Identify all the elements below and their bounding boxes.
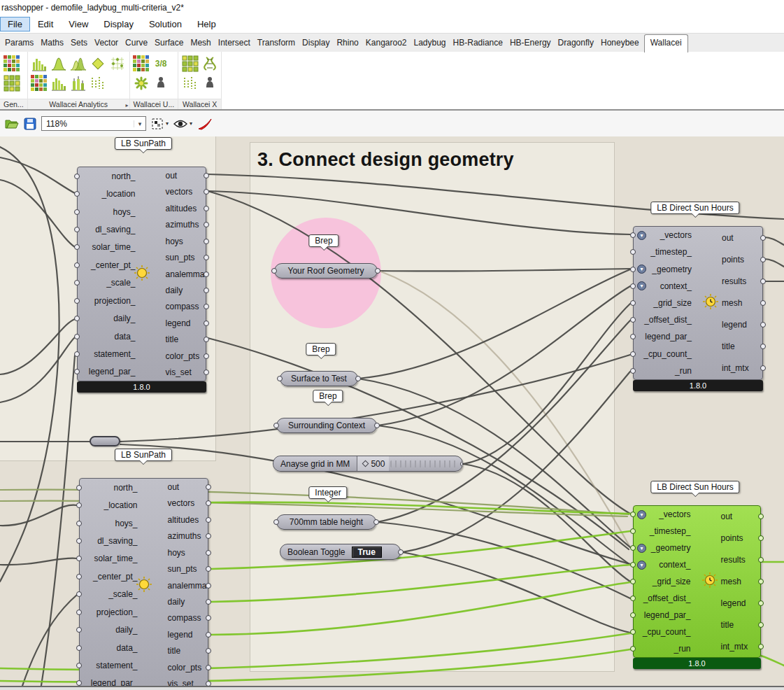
node-direct-sun-hours-2[interactable]: ▾_vectors_timestep_▾_geometry▾context__g… — [633, 505, 761, 658]
output-port-dot[interactable] — [758, 535, 764, 541]
tab-display[interactable]: Display — [299, 35, 333, 52]
output-port-dot[interactable] — [760, 300, 766, 306]
ribbon-sd-icon[interactable] — [69, 73, 88, 92]
output-legend[interactable]: legend — [697, 592, 761, 614]
ribbon-person-icon[interactable] — [200, 73, 219, 92]
input-port-dot[interactable] — [630, 300, 636, 306]
node-sunpath-1[interactable]: north__locationhoys_dl_saving_solar_time… — [77, 167, 206, 381]
input-legend_par_[interactable]: legend_par_ — [80, 675, 144, 686]
input-port-dot[interactable] — [630, 232, 636, 238]
output-port-dot[interactable] — [204, 337, 209, 342]
input-port-dot[interactable] — [74, 262, 80, 268]
output-port-dot[interactable] — [758, 600, 764, 606]
output-title[interactable]: title — [698, 336, 762, 358]
input-projection_[interactable]: projection_ — [80, 603, 144, 621]
wire[interactable] — [0, 319, 75, 374]
input-port-dot[interactable] — [630, 283, 636, 289]
slider-track[interactable] — [390, 460, 457, 467]
param-run-toggle[interactable]: Boolean ToggleTrue — [280, 544, 401, 560]
input-port-dot[interactable] — [273, 519, 279, 525]
input-port-dot[interactable] — [74, 227, 80, 232]
tab-wallacei[interactable]: Wallacei — [644, 34, 688, 52]
output-port-dot[interactable] — [206, 484, 211, 490]
input-port-dot[interactable] — [630, 267, 636, 272]
input-port-dot[interactable] — [76, 556, 82, 561]
chevron-down-icon[interactable]: ▾ — [190, 120, 192, 127]
menu-item-file[interactable]: File — [0, 17, 30, 31]
input-_scale_[interactable]: _scale_ — [78, 274, 142, 292]
output-sun_pts[interactable]: sun_pts — [142, 249, 206, 265]
output-port-dot[interactable] — [206, 583, 211, 589]
menu-item-display[interactable]: Display — [96, 17, 141, 31]
input-data_[interactable]: data_ — [80, 639, 144, 656]
wire[interactable] — [0, 147, 59, 582]
node-tag[interactable]: LB SunPath — [115, 137, 172, 150]
output-port-dot[interactable] — [204, 369, 209, 375]
node-sunpath-2[interactable]: north__locationhoys_dl_saving_solar_time… — [79, 478, 208, 686]
input-port-dot[interactable] — [76, 591, 82, 597]
input-legend_par_[interactable]: legend_par_ — [78, 363, 142, 381]
wire[interactable] — [761, 656, 784, 666]
input-_offset_dist_[interactable]: _offset_dist_ — [634, 590, 697, 607]
input-port-dot[interactable] — [630, 512, 636, 517]
input-port-dot[interactable] — [74, 316, 80, 321]
output-color_pts[interactable]: color_pts — [142, 348, 206, 364]
tab-mesh[interactable]: Mesh — [187, 35, 214, 52]
output-port-dot[interactable] — [374, 423, 380, 428]
output-vis_set[interactable]: vis_set — [144, 676, 208, 686]
input-port-dot[interactable] — [76, 645, 82, 651]
output-hoys[interactable]: hoys — [144, 544, 208, 561]
input-statement_[interactable]: statement_ — [78, 345, 142, 362]
input-projection_[interactable]: projection_ — [78, 292, 142, 309]
node-tag[interactable]: LB Direct Sun Hours — [650, 202, 739, 214]
input-_geometry[interactable]: ▾_geometry — [634, 540, 697, 556]
output-port-dot[interactable] — [398, 549, 404, 555]
output-legend[interactable]: legend — [142, 315, 206, 331]
ribbon-bars-icon[interactable] — [30, 54, 49, 73]
input-port-dot[interactable] — [74, 244, 80, 250]
param-tag[interactable]: Brep — [313, 390, 343, 402]
wire[interactable] — [208, 191, 630, 234]
input-_grid_size[interactable]: _grid_size — [634, 573, 697, 590]
input-port-dot[interactable] — [76, 663, 82, 668]
input-port-dot[interactable] — [630, 334, 636, 339]
output-port-dot[interactable] — [204, 239, 209, 244]
toggle-state[interactable]: True — [352, 547, 382, 558]
input-_run[interactable]: _run — [634, 640, 697, 657]
output-legend[interactable]: legend — [698, 314, 762, 336]
output-title[interactable]: title — [144, 643, 208, 659]
chevron-down-icon[interactable]: ▾ — [134, 120, 145, 127]
input-port-dot[interactable] — [630, 317, 636, 323]
ribbon-bars-icon[interactable] — [50, 73, 69, 92]
input-_vectors[interactable]: ▾_vectors — [634, 227, 698, 244]
output-points[interactable]: points — [697, 528, 761, 549]
ribbon-ratio-badge-icon[interactable]: 3/8 — [152, 54, 171, 73]
output-port-dot[interactable] — [204, 189, 209, 195]
output-port-dot[interactable] — [758, 557, 764, 563]
input-port-dot[interactable] — [630, 596, 636, 601]
input-port-dot[interactable] — [76, 627, 82, 633]
output-port-dot[interactable] — [204, 272, 209, 277]
tab-params[interactable]: Params — [1, 35, 37, 52]
input-port-dot[interactable] — [630, 612, 636, 618]
input-context_[interactable]: ▾context_ — [634, 278, 698, 295]
input-port-dot[interactable] — [277, 376, 283, 381]
output-daily[interactable]: daily — [144, 593, 208, 610]
wire[interactable] — [0, 505, 77, 526]
output-int_mtx[interactable]: int_mtx — [698, 358, 762, 379]
input-_cpu_count_[interactable]: _cpu_count_ — [634, 624, 697, 640]
zoom-select[interactable]: 118% ▾ — [41, 116, 146, 131]
output-port-dot[interactable] — [204, 255, 209, 260]
wire[interactable] — [211, 531, 630, 569]
input-port-dot[interactable] — [271, 268, 277, 274]
input-port-dot[interactable] — [630, 562, 636, 568]
input-port-dot[interactable] — [630, 249, 636, 255]
output-port-dot[interactable] — [460, 461, 463, 467]
ribbon-person-icon[interactable] — [152, 73, 171, 92]
open-file-icon[interactable] — [5, 118, 19, 129]
tab-maths[interactable]: Maths — [37, 35, 67, 52]
output-port-dot[interactable] — [206, 599, 211, 605]
input-north_[interactable]: north_ — [80, 479, 144, 496]
input-port-dot[interactable] — [76, 521, 82, 526]
output-port-dot[interactable] — [206, 500, 211, 506]
